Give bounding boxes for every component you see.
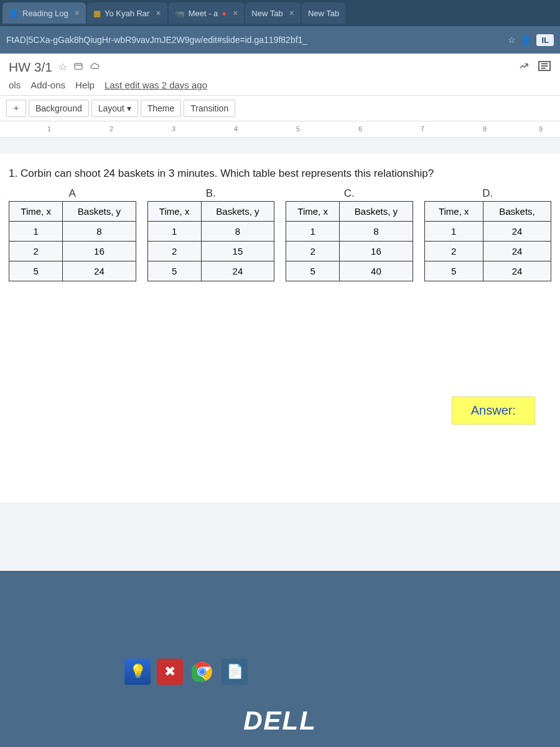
ruler-mark: 3 <box>172 125 175 133</box>
ruler-mark: 4 <box>234 125 238 133</box>
tab-label: Reading Log <box>22 9 68 18</box>
table-row: 524 <box>147 261 274 281</box>
browser-tab[interactable]: 📹 Meet - a ● × <box>169 2 245 24</box>
table-row: 540 <box>286 261 413 281</box>
menu-item[interactable]: Add-ons <box>30 80 65 90</box>
menu-item[interactable]: Help <box>75 80 95 90</box>
dell-logo: DELL <box>243 706 317 736</box>
files-icon[interactable]: 📄 <box>222 659 248 685</box>
browser-tab[interactable]: New Tab × <box>245 2 301 24</box>
slide[interactable]: 1. Corbin can shoot 24 baskets in 3 minu… <box>0 154 560 502</box>
ruler-mark: 8 <box>483 125 487 133</box>
tab-label: New Tab <box>251 9 282 18</box>
chrome-icon[interactable] <box>189 659 215 685</box>
table-row: 524 <box>424 261 551 281</box>
tips-icon[interactable]: 💡 <box>124 659 151 685</box>
table-row: 18 <box>147 222 274 242</box>
table-label: B. <box>147 187 275 200</box>
tab-label: Meet - a <box>189 9 218 18</box>
record-dot-icon: ● <box>222 9 226 18</box>
browser-tab[interactable]: ▦ Yo Kyah Rar × <box>87 2 167 24</box>
slides-icon: ▦ <box>93 9 101 18</box>
question-text: 1. Corbin can shoot 24 baskets in 3 minu… <box>9 167 551 180</box>
table-option-b: B. Time, xBaskets, y 18 215 524 <box>147 187 275 281</box>
data-table: Time, xBaskets, y 18 216 524 <box>9 201 136 281</box>
tables-row: A Time, xBaskets, y 18 216 524 B. Time, … <box>9 187 551 281</box>
cloud-icon[interactable] <box>90 61 100 73</box>
tab-label: New Tab <box>308 9 339 18</box>
ruler-mark: 5 <box>296 125 300 133</box>
data-table: Time, xBaskets, 124 224 524 <box>424 201 552 281</box>
table-option-d: D. Time, xBaskets, 124 224 524 <box>424 187 552 281</box>
table-label: C. <box>286 187 413 200</box>
taskbar: 💡 ✖ 📄 <box>124 659 248 685</box>
meet-icon: 📹 <box>175 9 185 18</box>
ruler-mark: 9 <box>539 125 543 133</box>
menu-item[interactable]: ols <box>9 80 21 90</box>
table-row: 224 <box>424 242 551 261</box>
trending-icon[interactable] <box>519 61 529 73</box>
close-icon[interactable]: × <box>233 8 238 18</box>
presentation-icon[interactable] <box>538 60 551 74</box>
ruler-mark: 1 <box>47 125 51 133</box>
browser-tab[interactable]: New Tab <box>302 2 345 24</box>
star-icon[interactable]: ☆ <box>508 35 516 45</box>
ruler-mark: 2 <box>110 125 113 133</box>
move-icon[interactable] <box>73 61 83 73</box>
table-label: A <box>9 187 136 200</box>
table-row: 216 <box>9 242 136 261</box>
page-content: HW 3/1 ☆ ols Add-ons Help Last edit was … <box>0 54 560 571</box>
browser-tab[interactable]: 👤 Reading Log × <box>2 2 86 24</box>
menu-bar: ols Add-ons Help Last edit was 2 days ag… <box>0 77 560 95</box>
toolbar: ＋ Background Layout ▾ Theme Transition <box>0 95 560 121</box>
background-button[interactable]: Background <box>29 100 89 117</box>
svg-rect-0 <box>75 63 82 69</box>
table-option-c: C. Time, xBaskets, y 18 216 540 <box>286 187 413 281</box>
app-icon[interactable]: ✖ <box>157 659 183 685</box>
table-label: D. <box>424 187 552 200</box>
ruler: 1 2 3 4 5 6 7 8 9 <box>0 121 560 138</box>
table-option-a: A Time, xBaskets, y 18 216 524 <box>9 187 136 281</box>
slide-area: 1. Corbin can shoot 24 baskets in 3 minu… <box>0 138 560 571</box>
url-text[interactable]: FtAD|5CXa-gGak8hQiugHr-wbR9vavJmJE2W9gw/… <box>6 35 503 45</box>
extension-icon[interactable]: 👤 <box>521 35 531 45</box>
close-icon[interactable]: × <box>289 8 294 18</box>
layout-button[interactable]: Layout ▾ <box>91 100 138 117</box>
table-row: 18 <box>286 222 413 242</box>
tab-label: Yo Kyah Rar <box>105 9 150 18</box>
address-bar: FtAD|5CXa-gGak8hQiugHr-wbR9vavJmJE2W9gw/… <box>0 26 560 54</box>
browser-tab-strip: 👤 Reading Log × ▦ Yo Kyah Rar × 📹 Meet -… <box>0 0 560 26</box>
new-slide-button[interactable]: ＋ <box>6 100 26 117</box>
answer-box[interactable]: Answer: <box>452 397 535 425</box>
table-row: 124 <box>424 222 551 242</box>
table-row: 18 <box>9 222 136 242</box>
ruler-mark: 6 <box>358 125 362 133</box>
star-icon[interactable]: ☆ <box>58 61 67 73</box>
last-edit-link[interactable]: Last edit was 2 days ago <box>105 80 207 90</box>
table-row: 216 <box>286 242 413 261</box>
chevron-down-icon: ▾ <box>127 103 131 113</box>
person-icon: 👤 <box>9 9 19 18</box>
table-row: 524 <box>9 261 136 281</box>
close-icon[interactable]: × <box>75 8 80 18</box>
theme-button[interactable]: Theme <box>141 100 182 117</box>
data-table: Time, xBaskets, y 18 216 540 <box>286 201 413 281</box>
svg-point-9 <box>200 669 205 675</box>
doc-title-bar: HW 3/1 ☆ <box>0 54 560 77</box>
table-row: 215 <box>147 242 274 261</box>
data-table: Time, xBaskets, y 18 215 524 <box>147 201 275 281</box>
ruler-mark: 7 <box>421 125 424 133</box>
doc-title[interactable]: HW 3/1 <box>9 60 52 75</box>
close-icon[interactable]: × <box>156 8 161 18</box>
extension-badge[interactable]: IL <box>536 34 554 46</box>
transition-button[interactable]: Transition <box>184 100 235 117</box>
